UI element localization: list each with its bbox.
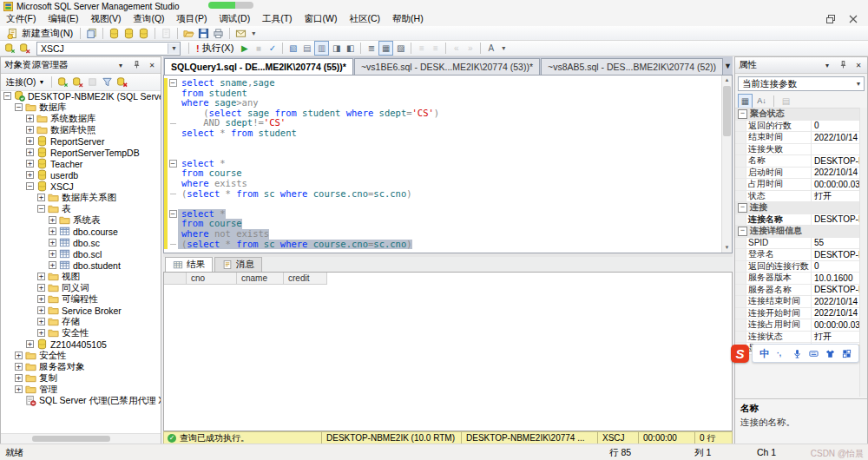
query-designer-icon[interactable]: ▤ [300,42,313,55]
skin-icon[interactable] [825,348,836,359]
collapse-icon[interactable]: − [37,205,45,213]
expand-icon[interactable]: + [26,115,34,122]
document-tab-1[interactable]: SQLQuery1.sql - DE...ME2IK\20774 (55))* [164,58,353,75]
debug-play-icon[interactable]: ▶ [238,42,251,55]
results-to-text-icon[interactable]: ≣ [365,42,378,55]
fold-collapse-icon[interactable]: − [168,78,178,89]
expand-icon[interactable]: + [15,352,23,359]
tree-node[interactable]: +Z2104405105 [1,338,161,350]
restore-window-icon[interactable] [826,15,835,23]
expand-icon[interactable]: + [26,126,34,134]
connect-dropdown-button[interactable]: 连接(O) ▼ [3,76,47,89]
tree-node[interactable]: +复制 [1,372,161,384]
results-tab-2[interactable]: 消息 [214,257,262,272]
property-category[interactable]: −连接详细信息 [735,226,860,238]
property-row[interactable]: 占用时间00:00:00.035 [735,179,860,191]
save-icon[interactable] [197,27,210,40]
new-query-button[interactable]: 新建查询(N) [3,27,76,40]
property-row[interactable]: 连接失败 [735,144,860,156]
tree-node[interactable]: +服务器对象 [1,361,161,372]
tree-node[interactable]: −DESKTOP-NBME2IK (SQL Server 10.0.160 [1,90,161,102]
tree-node[interactable]: +dbo.course [1,226,161,237]
punctuation-icon[interactable]: ·, [775,348,786,359]
new-database-engine-query-icon[interactable] [85,27,98,40]
expand-icon[interactable]: + [15,385,23,393]
tree-node[interactable]: +userdb [1,169,161,181]
window-position-icon[interactable]: ▾ [115,62,126,69]
scroll-up-icon[interactable]: ▲ [722,76,732,85]
tree-node[interactable]: +视图 [1,271,161,282]
expand-icon[interactable]: + [49,216,56,224]
expand-icon[interactable]: + [37,295,45,303]
category-collapse-icon[interactable]: − [738,227,747,236]
expand-icon[interactable]: + [26,137,34,145]
property-row[interactable]: 连接占用时间00:00:00.035 [735,319,860,332]
expand-icon[interactable]: + [49,239,56,246]
change-connection-icon[interactable] [18,42,31,55]
expand-icon[interactable]: + [26,340,34,348]
expand-icon[interactable]: + [49,250,56,258]
property-row[interactable]: 返回的连接行数0 [735,261,860,273]
expand-icon[interactable]: + [37,306,45,314]
menu-item-1[interactable]: 文件(F) [0,12,42,26]
property-category[interactable]: −连接 [735,202,860,214]
tree-node[interactable]: +管理 [1,384,161,395]
properties-object-selector[interactable]: 当前连接参数 ▼ [738,76,865,91]
expand-icon[interactable]: + [49,227,56,235]
toolbox-icon[interactable] [841,348,852,359]
property-row[interactable]: 登录名DESKTOP-NBME2IK [735,249,860,261]
execute-button[interactable]: ! 执行(X) [194,42,236,55]
combo-dropdown-icon[interactable]: ▼ [168,43,180,54]
expand-icon[interactable]: + [37,329,45,337]
scroll-down-icon[interactable]: ▼ [722,243,732,253]
property-row[interactable]: 名称DESKTOP-NBME2IK [735,155,860,168]
collapse-icon[interactable]: − [26,182,34,190]
code-line-17[interactable]: (select * from sc where course.cno=sc.cn… [164,240,439,250]
category-collapse-icon[interactable]: − [738,109,747,119]
activity-monitor-icon[interactable] [234,27,247,40]
menu-item-6[interactable]: 调试(D) [214,12,257,26]
connect-icon[interactable] [3,42,16,55]
sort-alphabetical-icon[interactable]: A↓ [755,95,768,108]
tree-node[interactable]: −XSCJ [1,181,161,192]
column-header-cname[interactable]: cname [237,273,284,285]
auto-hide-pin-icon[interactable] [131,61,141,70]
toolbar-overflow-icon[interactable]: ▾ [249,30,258,37]
code-line-12[interactable]: (select * from sc where course.cno=sc.cn… [164,189,439,200]
soft-keyboard-icon[interactable] [808,348,819,359]
sogou-logo-icon[interactable]: S [731,345,749,363]
parse-query-icon[interactable]: ✓ [266,42,279,55]
analysis-services-dmx-query-icon[interactable] [122,27,135,40]
expand-icon[interactable]: + [49,261,56,269]
include-client-statistics-icon[interactable]: ◧ [344,42,357,55]
tree-node[interactable]: +ReportServer [1,135,161,147]
analysis-services-mdx-query-icon[interactable] [108,27,121,40]
sql-editor[interactable]: −select sname,sagefrom studentwhere sage… [163,75,733,253]
grid-corner-cell[interactable] [164,273,187,285]
close-panel-icon[interactable]: ✕ [147,62,157,69]
tree-node[interactable]: +数据库快照 [1,124,161,135]
column-header-credit[interactable]: credit [284,273,327,285]
results-to-grid-icon[interactable]: ▦ [378,41,393,56]
tree-node[interactable]: +ReportServerTempDB [1,147,161,158]
code-line-6[interactable]: select * from student [164,128,439,139]
property-row[interactable]: 连接名称DESKTOP-NBME2IK [735,214,860,227]
menu-item-8[interactable]: 窗口(W) [299,12,344,26]
expand-icon[interactable]: + [37,194,45,201]
oe-connect-db-icon[interactable] [56,76,69,89]
document-tab-2[interactable]: ~vs1BE6.sql - DESK...ME2IK\20774 (53))* [354,58,540,75]
analysis-services-xmla-query-icon[interactable] [137,27,150,40]
category-collapse-icon[interactable]: − [738,203,747,213]
intellisense-enabled-icon[interactable]: A [484,42,497,55]
specify-template-values-icon[interactable]: ▥ [314,41,329,56]
tree-node[interactable]: +存储 [1,316,161,327]
menu-item-7[interactable]: 工具(T) [256,12,298,26]
chinese-mode-icon[interactable]: 中 [759,348,770,359]
editor-vscrollbar[interactable]: ▲ ▼ [721,76,732,253]
tree-node[interactable]: −表 [1,203,161,214]
property-row[interactable]: 连接状态打开 [735,332,860,344]
show-estimated-plan-icon[interactable]: ▧ [286,42,299,55]
properties-close-icon[interactable]: ✕ [853,62,864,69]
property-row[interactable]: SPID55 [735,238,860,250]
document-tab-3[interactable]: ~vs8AB5.sql - DES...BME2IK\20774 (52)) [541,58,723,75]
